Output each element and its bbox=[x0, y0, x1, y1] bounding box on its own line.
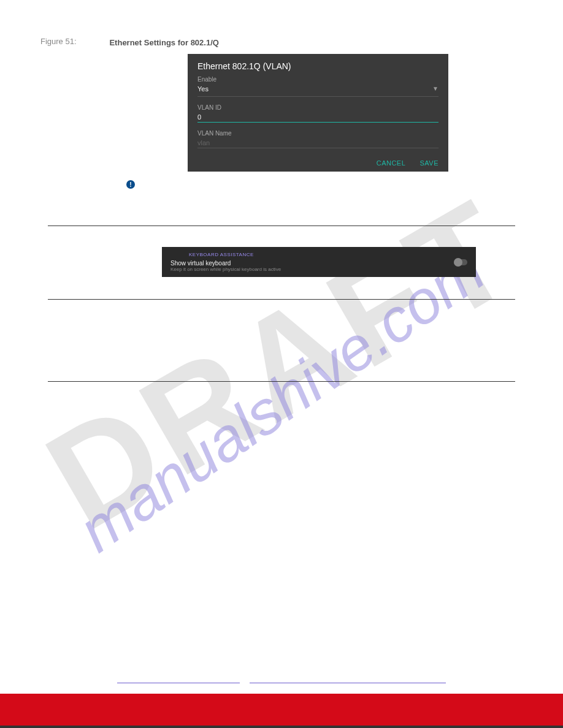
chevron-down-icon: ▼ bbox=[432, 85, 439, 92]
enable-value: Yes bbox=[197, 83, 209, 94]
dialog-actions: CANCEL SAVE bbox=[197, 159, 439, 167]
dialog-title: Ethernet 802.1Q (VLAN) bbox=[197, 61, 439, 71]
footer-band bbox=[0, 694, 563, 728]
url-underline-1 bbox=[117, 681, 240, 683]
enable-label: Enable bbox=[197, 76, 439, 83]
section2-bullets bbox=[40, 307, 523, 351]
url-underline-2 bbox=[250, 681, 446, 683]
info-icon: ! bbox=[126, 180, 135, 189]
ss2-header: KEYBOARD ASSISTANCE bbox=[189, 252, 281, 257]
footer-urls bbox=[0, 678, 563, 685]
figure-title: Ethernet Settings for 802.1/Q bbox=[109, 38, 218, 47]
section-divider-2 bbox=[48, 299, 515, 300]
ss2-title: Show virtual keyboard bbox=[170, 260, 281, 267]
save-button[interactable]: SAVE bbox=[419, 159, 439, 167]
keyboard-assistance-screenshot: KEYBOARD ASSISTANCE Show virtual keyboar… bbox=[162, 247, 476, 277]
figure-row: Figure 51: Ethernet Settings for 802.1/Q bbox=[40, 37, 523, 48]
figure-label: Figure 51: bbox=[40, 37, 107, 46]
enable-dropdown[interactable]: Yes ▼ bbox=[197, 83, 439, 97]
vlan-name-label: VLAN Name bbox=[197, 130, 439, 137]
vlan-id-input[interactable]: 0 bbox=[197, 111, 439, 123]
section1-body bbox=[40, 233, 523, 241]
list-item bbox=[60, 311, 515, 323]
vlan-name-input[interactable]: vlan bbox=[197, 137, 439, 148]
ss2-sub: Keep it on screen while physical keyboar… bbox=[170, 267, 281, 272]
section-divider-3 bbox=[48, 381, 515, 382]
list-item bbox=[60, 323, 515, 335]
section-divider-1 bbox=[48, 226, 515, 226]
cancel-button[interactable]: CANCEL bbox=[377, 159, 405, 167]
ethernet-vlan-dialog: Ethernet 802.1Q (VLAN) Enable Yes ▼ VLAN… bbox=[188, 54, 448, 172]
vlan-id-label: VLAN ID bbox=[197, 104, 439, 111]
list-item bbox=[60, 335, 515, 347]
footer-bottom-line bbox=[0, 726, 563, 728]
notice-row: ! bbox=[40, 179, 523, 189]
virtual-keyboard-toggle[interactable] bbox=[454, 259, 467, 265]
